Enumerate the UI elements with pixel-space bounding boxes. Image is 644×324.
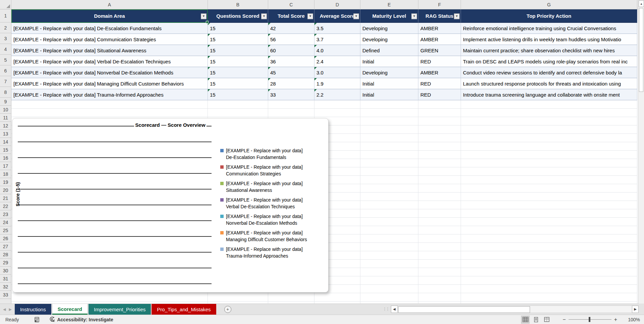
vertical-scrollbar[interactable]: ▲ <box>638 0 644 304</box>
cell-maturity[interactable]: Developing <box>360 67 418 78</box>
cell-maturity[interactable]: Initial <box>360 78 418 89</box>
cell-domain[interactable]: [EXAMPLE - Replace with your data] De-Es… <box>11 23 208 34</box>
empty-cell[interactable] <box>461 276 637 285</box>
normal-view-button[interactable] <box>521 316 530 324</box>
cell-total[interactable]: 60 <box>268 45 314 56</box>
legend-entry[interactable]: [EXAMPLE - Replace with your data] De-Es… <box>220 147 321 161</box>
empty-cell[interactable] <box>360 167 418 176</box>
row-header-33[interactable]: 33 <box>0 291 11 299</box>
cell-domain[interactable]: [EXAMPLE - Replace with your data] Traum… <box>11 89 208 100</box>
tab-scroll-right-icon[interactable]: ▶ <box>9 307 14 312</box>
empty-cell[interactable] <box>268 109 314 117</box>
cell-questions[interactable]: 15 <box>208 23 268 34</box>
empty-cell[interactable] <box>461 201 637 209</box>
empty-cell[interactable] <box>418 268 461 276</box>
row-header-28[interactable]: 28 <box>0 251 11 259</box>
zoom-in-button[interactable]: + <box>611 317 620 323</box>
cell-rag[interactable]: GREEN <box>418 45 461 56</box>
cell-rag[interactable]: RED <box>418 56 461 67</box>
empty-cell[interactable] <box>461 125 637 134</box>
empty-cell[interactable] <box>461 260 637 268</box>
empty-cell[interactable] <box>268 100 314 109</box>
sheet-tab-pro_tips_and_mistakes[interactable]: Pro_Tips_and_Mistakes <box>152 304 216 315</box>
empty-cell[interactable] <box>11 109 208 117</box>
accessibility-checker-icon[interactable] <box>49 317 55 322</box>
empty-cell[interactable] <box>360 260 418 268</box>
zoom-out-button[interactable]: − <box>560 317 568 323</box>
row-header-10[interactable]: 10 <box>0 106 11 114</box>
row-header-8[interactable]: 8 <box>0 87 11 98</box>
empty-cell[interactable] <box>461 268 637 276</box>
empty-cell[interactable] <box>360 218 418 226</box>
empty-cell[interactable] <box>360 193 418 201</box>
cell-questions[interactable]: 15 <box>208 56 268 67</box>
empty-cell[interactable] <box>208 109 268 117</box>
cell-rag[interactable]: RED <box>418 78 461 89</box>
empty-cell[interactable] <box>418 293 461 302</box>
empty-cell[interactable] <box>418 276 461 285</box>
empty-cell[interactable] <box>314 109 360 117</box>
row-header-17[interactable]: 17 <box>0 162 11 170</box>
column-header-B[interactable]: B <box>208 0 268 9</box>
empty-cell[interactable] <box>314 100 360 109</box>
empty-cell[interactable] <box>418 226 461 234</box>
row-header-12[interactable]: 12 <box>0 122 11 130</box>
empty-cell[interactable] <box>11 100 208 109</box>
cell-action[interactable]: Introduce trauma screening language and … <box>461 89 637 100</box>
row-header-16[interactable]: 16 <box>0 154 11 162</box>
sheet-tab-scorecard[interactable]: Scorecard <box>52 304 88 315</box>
row-header-3[interactable]: 3 <box>0 33 11 44</box>
legend-entry[interactable]: [EXAMPLE - Replace with your data] Verba… <box>220 197 321 210</box>
row-header-22[interactable]: 22 <box>0 202 11 210</box>
empty-cell[interactable] <box>360 176 418 184</box>
empty-cell[interactable] <box>461 193 637 201</box>
row-header-7[interactable]: 7 <box>0 76 11 87</box>
row-header-27[interactable]: 27 <box>0 242 11 251</box>
cell-questions[interactable]: 15 <box>208 78 268 89</box>
column-header-A[interactable]: A <box>11 0 208 9</box>
empty-cell[interactable] <box>360 243 418 251</box>
empty-cell[interactable] <box>461 117 637 125</box>
cell-total[interactable]: 33 <box>268 89 314 100</box>
empty-cell[interactable] <box>418 234 461 243</box>
cell-average[interactable]: 4.0 <box>314 45 360 56</box>
zoom-level-label[interactable]: 100% <box>625 317 640 322</box>
cell-action[interactable]: Train on DESC and LEAPS models using rol… <box>461 56 637 67</box>
cell-average[interactable]: 1.9 <box>314 78 360 89</box>
cell-domain[interactable]: [EXAMPLE - Replace with your data] Situa… <box>11 45 208 56</box>
cell-average[interactable]: 2.2 <box>314 89 360 100</box>
cell-average[interactable]: 3.7 <box>314 34 360 45</box>
header-cell-maturity[interactable]: Maturity Level▾ <box>360 9 418 23</box>
row-header-29[interactable]: 29 <box>0 259 11 267</box>
cell-maturity[interactable]: Developing <box>360 23 418 34</box>
chart-overlay[interactable]: Scorecard — Score Overview Score (1-5) [… <box>12 118 329 292</box>
zoom-slider-handle[interactable] <box>589 317 590 322</box>
empty-cell[interactable] <box>360 151 418 159</box>
cell-rag[interactable]: AMBER <box>418 67 461 78</box>
empty-cell[interactable] <box>418 142 461 151</box>
empty-cell[interactable] <box>418 134 461 142</box>
cell-average[interactable]: 3.5 <box>314 23 360 34</box>
zoom-slider-track[interactable] <box>569 319 611 320</box>
cell-maturity[interactable]: Initial <box>360 89 418 100</box>
filter-dropdown-button[interactable]: ▾ <box>411 13 417 19</box>
row-header-9[interactable]: 9 <box>0 98 11 106</box>
tab-splitter-grip-icon[interactable]: ⋮⋮ <box>383 307 389 311</box>
sheet-tab-instructions[interactable]: Instructions <box>15 304 51 315</box>
empty-cell[interactable] <box>208 293 268 302</box>
empty-cell[interactable] <box>418 109 461 117</box>
cell-domain[interactable]: [EXAMPLE - Replace with your data] Commu… <box>11 34 208 45</box>
cell-total[interactable]: 36 <box>268 56 314 67</box>
cell-total[interactable]: 56 <box>268 34 314 45</box>
legend-entry[interactable]: [EXAMPLE - Replace with your data] Nonve… <box>220 213 321 226</box>
row-header-21[interactable]: 21 <box>0 194 11 202</box>
empty-cell[interactable] <box>461 176 637 184</box>
empty-cell[interactable] <box>461 159 637 167</box>
empty-cell[interactable] <box>461 234 637 243</box>
header-cell-domain[interactable]: Domain Area▾ <box>11 9 208 23</box>
vertical-scroll-thumb[interactable] <box>639 8 643 92</box>
row-header-19[interactable]: 19 <box>0 178 11 186</box>
horizontal-scroll-thumb[interactable] <box>398 306 530 313</box>
filter-dropdown-button[interactable]: ▾ <box>307 13 313 19</box>
empty-cell[interactable] <box>360 125 418 134</box>
